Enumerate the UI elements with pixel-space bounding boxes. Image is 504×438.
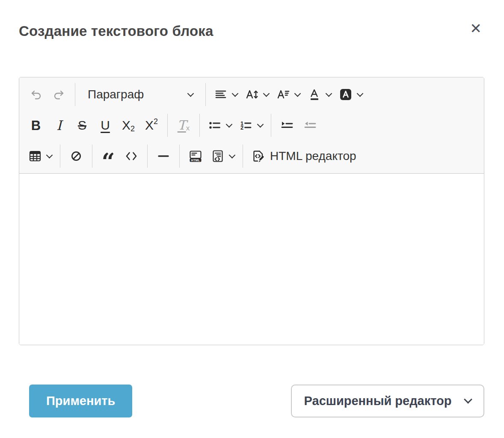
bold-button[interactable]: B [25, 113, 47, 137]
chevron-down-icon [464, 395, 473, 403]
chevron-down-icon [226, 121, 233, 127]
toolbar-row-2: B I S U X 2 [19, 110, 484, 141]
font-size-icon [276, 88, 290, 101]
strikethrough-icon: S [78, 119, 86, 132]
undo-icon [29, 88, 43, 101]
html-embed-button[interactable]: HTML [184, 144, 207, 168]
underline-icon: U [101, 119, 110, 132]
heading-dropdown-value: Параграф [88, 88, 144, 101]
chevron-down-icon [263, 90, 270, 97]
italic-icon: I [56, 119, 62, 132]
outdent-button[interactable] [299, 113, 321, 137]
close-button[interactable]: ✕ [467, 21, 484, 36]
line-height-icon [245, 88, 259, 101]
toolbar-row-3: “ [19, 141, 484, 172]
chevron-down-icon [229, 151, 236, 158]
chevron-down-icon [357, 90, 364, 97]
chevron-down-icon [294, 90, 301, 97]
toolbar-separator [271, 114, 271, 137]
remove-format-icon: T x [178, 119, 190, 132]
subscript-button[interactable]: X 2 [117, 113, 139, 137]
toolbar-separator [75, 83, 75, 106]
toolbar-separator [60, 145, 60, 168]
insert-table-dropdown[interactable] [25, 144, 55, 168]
italic-button[interactable]: I [48, 113, 70, 137]
source-editing-icon [251, 149, 265, 163]
code-block-dropdown[interactable] [208, 144, 238, 168]
rich-text-editor: Параграф [19, 77, 484, 345]
advanced-editor-label: Расширенный редактор [304, 394, 452, 408]
bulleted-list-dropdown[interactable] [205, 113, 235, 137]
chevron-down-icon [326, 90, 332, 97]
font-background-color-icon [339, 88, 353, 101]
chevron-down-icon [187, 90, 194, 97]
editor-toolbar: Параграф [19, 77, 484, 174]
heading-dropdown[interactable]: Параграф [80, 83, 201, 107]
close-icon: ✕ [470, 21, 482, 36]
html-embed-icon: HTML [189, 149, 202, 163]
redo-icon [52, 88, 66, 101]
indent-button[interactable] [276, 113, 298, 137]
create-text-block-dialog: Создание текстового блока ✕ [0, 0, 504, 417]
font-color-dropdown[interactable] [304, 83, 335, 107]
font-background-color-dropdown[interactable] [335, 83, 366, 107]
font-color-icon [308, 88, 321, 101]
code-block-icon [211, 149, 225, 163]
chevron-down-icon [257, 121, 264, 127]
chevron-down-icon [232, 90, 239, 97]
superscript-button[interactable]: X 2 [140, 113, 163, 137]
toolbar-separator [179, 145, 180, 168]
apply-button-label: Применить [46, 394, 115, 408]
svg-text:HTML: HTML [191, 158, 200, 162]
editor-content[interactable] [19, 174, 484, 345]
toolbar-separator [243, 145, 243, 168]
link-icon [69, 149, 83, 163]
code-icon [125, 149, 138, 163]
blockquote-icon: “ [101, 160, 115, 164]
align-left-icon [214, 88, 228, 101]
horizontal-line-button[interactable] [152, 144, 175, 168]
bulleted-list-icon [208, 118, 222, 132]
horizontal-line-icon [157, 149, 170, 163]
table-icon [28, 149, 42, 163]
strikethrough-button[interactable]: S [71, 113, 93, 137]
bold-icon: B [31, 119, 41, 132]
remove-format-button[interactable]: T x [172, 113, 195, 137]
numbered-list-icon: 1 2 [239, 118, 253, 132]
source-editing-label: HTML редактор [270, 149, 356, 163]
link-button[interactable] [65, 144, 87, 168]
subscript-icon: X 2 [122, 119, 135, 132]
superscript-icon: X 2 [145, 119, 158, 132]
dialog-title: Создание текстового блока [19, 23, 213, 39]
toolbar-row-1: Параграф [19, 79, 484, 110]
line-height-dropdown[interactable] [242, 83, 272, 107]
underline-button[interactable]: U [94, 113, 116, 137]
apply-button[interactable]: Применить [29, 385, 132, 417]
outdent-icon [303, 118, 317, 132]
toolbar-separator [199, 114, 200, 137]
undo-button[interactable] [25, 83, 47, 107]
dialog-header: Создание текстового блока ✕ [19, 21, 484, 39]
numbered-list-dropdown[interactable]: 1 2 [236, 113, 266, 137]
toolbar-separator [205, 83, 206, 106]
svg-text:2: 2 [240, 124, 243, 131]
inline-code-button[interactable] [120, 144, 142, 168]
blockquote-button[interactable]: “ [97, 144, 119, 168]
alignment-dropdown[interactable] [210, 83, 241, 107]
chevron-down-icon [46, 151, 53, 158]
dialog-footer: Применить Расширенный редактор [19, 385, 484, 417]
toolbar-separator [92, 145, 92, 168]
source-editing-button[interactable]: HTML редактор [248, 144, 360, 168]
advanced-editor-button[interactable]: Расширенный редактор [291, 385, 484, 417]
toolbar-separator [167, 114, 168, 137]
indent-icon [280, 118, 294, 132]
font-size-dropdown[interactable] [273, 83, 303, 107]
redo-button[interactable] [48, 83, 70, 107]
toolbar-separator [147, 145, 148, 168]
